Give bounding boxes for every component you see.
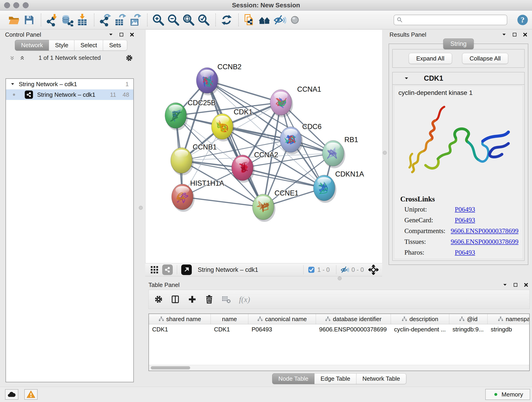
tab-node-table[interactable]: Node Table [272, 373, 315, 384]
table-row[interactable]: CDK1CDK1P064939606.ENSP00000378699cyclin… [149, 324, 529, 334]
tab-sets[interactable]: Sets [103, 40, 127, 51]
network-canvas[interactable]: CCNB2 CCNA1 CDC25B CDK1 CDC6 [145, 30, 383, 263]
crosslink-link[interactable]: P06493 [455, 216, 475, 224]
network-collection-row[interactable]: String Network – cdk1 1 [6, 79, 133, 89]
export-table-button[interactable] [113, 12, 127, 27]
column-header-database-identifier[interactable]: database identifier [316, 314, 391, 324]
table-cell: CDK1 [211, 324, 248, 334]
network-node-CCNB2[interactable]: CCNB2 [196, 63, 241, 95]
table-settings-gear-icon[interactable] [154, 294, 163, 304]
table-panel-menu-icon[interactable] [502, 282, 508, 288]
crosslink-link[interactable]: P06493 [455, 206, 475, 213]
import-network-database-button[interactable] [60, 12, 74, 27]
import-table-button[interactable] [75, 12, 89, 27]
column-header-namespace[interactable]: namespace [488, 314, 530, 324]
scrollbar-thumb[interactable] [151, 366, 190, 370]
control-panel-float-icon[interactable] [119, 32, 124, 37]
column-header-name[interactable]: name [211, 314, 248, 324]
export-image-button[interactable] [128, 12, 143, 27]
selected-checkbox-icon[interactable] [308, 266, 315, 274]
left-splitter-handle[interactable] [139, 206, 143, 210]
save-session-button[interactable] [22, 12, 36, 27]
open-session-button[interactable] [7, 12, 21, 27]
table-panel-close-icon[interactable] [523, 282, 529, 288]
column-header-canonical-name[interactable]: canonical name [248, 314, 316, 324]
tab-network-table[interactable]: Network Table [356, 373, 406, 384]
collection-expand-icon[interactable] [10, 82, 15, 87]
gene-description: cyclin-dependent kinase 1 [399, 89, 519, 96]
crosslink-link[interactable]: 9606.ENSP00000378699 [451, 238, 519, 245]
node-table[interactable]: shared namenamecanonical namedatabase id… [148, 313, 530, 371]
results-panel-close-icon[interactable] [522, 32, 528, 37]
crosslink-link[interactable]: P06493 [455, 249, 475, 256]
tree-node-icon [257, 316, 263, 322]
tab-string[interactable]: String [443, 38, 474, 49]
network-node-CCNE1[interactable]: CCNE1 [253, 189, 298, 222]
float-sq-icon [119, 32, 124, 37]
zoom-out-button[interactable] [166, 12, 181, 27]
network-node-count: 11 [110, 91, 116, 98]
node-label: CCNB2 [217, 63, 241, 71]
gene-collapse-icon[interactable] [404, 76, 409, 81]
control-panel-close-icon[interactable] [129, 32, 135, 37]
network-graph[interactable]: CCNB2 CCNA1 CDC25B CDK1 CDC6 [146, 30, 382, 263]
column-header--id[interactable]: @id [449, 314, 488, 324]
gene-entry-header[interactable]: CDK1 [393, 72, 524, 85]
bottom-splitter-handle[interactable] [338, 276, 342, 280]
tab-network[interactable]: Network [15, 40, 49, 51]
trash-icon [204, 294, 214, 304]
import-network-file-button[interactable] [45, 12, 59, 27]
zoom-in-button[interactable] [151, 12, 165, 27]
float-sq-icon [512, 32, 517, 37]
column-header-shared-name[interactable]: shared name [149, 314, 211, 324]
network-options-gear-icon[interactable] [125, 54, 133, 63]
hidden-eye-icon[interactable] [341, 265, 349, 274]
tab-style[interactable]: Style [49, 40, 75, 51]
apply-layout-button[interactable] [220, 12, 234, 27]
first-neighbors-button[interactable] [242, 12, 257, 27]
expand-all-button[interactable]: Expand All [409, 53, 452, 64]
zoom-selected-button[interactable] [196, 12, 211, 27]
results-panel-menu-icon[interactable] [501, 32, 507, 37]
delete-column-icon[interactable] [204, 294, 214, 304]
window-title: Session: New Session [0, 2, 532, 9]
show-hidden-button[interactable] [288, 12, 302, 27]
selected-node-edge-count: 1 - 0 [317, 266, 330, 274]
zoom-fit-button[interactable] [181, 12, 196, 27]
search-input[interactable] [403, 17, 507, 23]
network-overview-icon[interactable] [162, 264, 173, 275]
search-box[interactable] [394, 15, 507, 25]
hide-selected-button[interactable] [273, 12, 287, 27]
zoom-selected-icon [197, 13, 210, 26]
network-type-icon [25, 90, 33, 99]
crosslink-link[interactable]: 9606.ENSP00000378699 [451, 227, 519, 235]
results-panel-float-icon[interactable] [512, 32, 517, 37]
memory-button[interactable]: Memory [485, 389, 530, 400]
share-white-icon [164, 266, 171, 273]
network-node-CCNA1[interactable]: CCNA1 [270, 85, 321, 117]
network-node-CDKN1A[interactable]: CDKN1A [313, 170, 364, 203]
network-row-selected[interactable]: String Network – cdk1 11 48 [6, 89, 133, 100]
table-panel-float-icon[interactable] [513, 282, 518, 288]
tab-edge-table[interactable]: Edge Table [314, 373, 356, 384]
table-horizontal-scrollbar[interactable] [149, 365, 529, 370]
open-in-browser-icon[interactable] [181, 264, 192, 275]
fit-content-crosshair-icon[interactable] [368, 265, 379, 275]
network-node-CDC25B[interactable]: CDC25B [165, 99, 215, 130]
help-button[interactable]: ? [516, 14, 529, 26]
right-splitter-handle[interactable] [383, 151, 387, 155]
warnings-button[interactable] [24, 389, 38, 400]
cloud-status-button[interactable] [5, 389, 18, 400]
show-columns-icon[interactable] [170, 294, 180, 304]
control-panel-menu-icon[interactable] [108, 32, 114, 37]
export-network-button[interactable] [98, 12, 112, 27]
tab-select[interactable]: Select [74, 40, 103, 51]
collapse-all-button[interactable]: Collapse All [462, 53, 508, 64]
birdseye-grid-icon[interactable] [150, 265, 159, 274]
network-node-RB1[interactable]: RB1 [322, 136, 358, 168]
network-node-HIST1H1A[interactable]: HIST1H1A [172, 179, 224, 212]
warning-icon [26, 390, 36, 399]
show-panels-button[interactable] [258, 12, 272, 27]
column-header-description[interactable]: description [391, 314, 449, 324]
add-column-icon[interactable] [187, 294, 197, 304]
